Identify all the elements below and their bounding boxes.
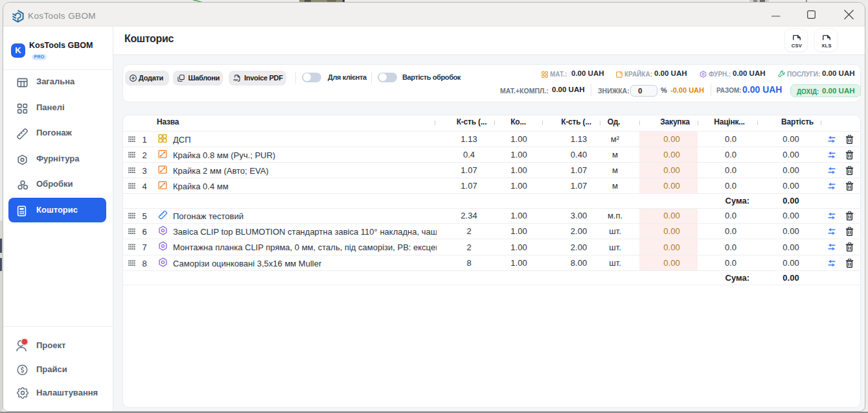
svg-text:PDF: PDF [233, 79, 238, 82]
